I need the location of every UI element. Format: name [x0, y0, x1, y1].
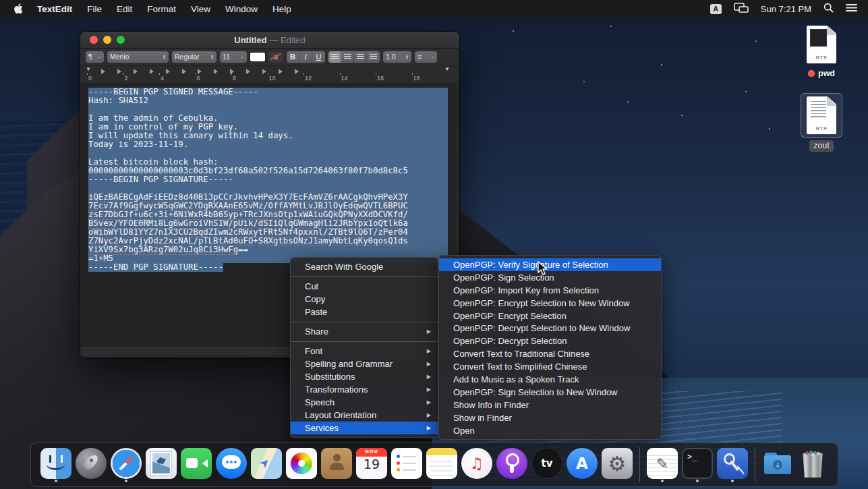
- menu-item-edit[interactable]: Edit: [109, 0, 140, 18]
- dock-item-notes[interactable]: [426, 445, 457, 484]
- dock-item-music[interactable]: ♫: [461, 445, 492, 484]
- menu-bar-clock[interactable]: Sun 7:21 PM: [761, 4, 811, 14]
- align-center-button[interactable]: [341, 51, 354, 63]
- dock-item-maps[interactable]: [251, 445, 282, 484]
- menu-item-paste[interactable]: Paste: [291, 306, 438, 318]
- align-right-button[interactable]: [354, 51, 367, 63]
- tab-stop-marker[interactable]: [230, 69, 234, 74]
- notification-center-icon[interactable]: [846, 3, 857, 14]
- text-color-well[interactable]: [250, 53, 265, 61]
- submenu-item-add-to-music-as-a-spoken-track[interactable]: Add to Music as a Spoken Track: [439, 373, 661, 386]
- window-titlebar[interactable]: Untitled — Edited: [80, 32, 459, 49]
- desktop-file-pwd[interactable]: RTF pwd: [798, 23, 845, 78]
- tab-stop-marker[interactable]: [214, 69, 218, 74]
- submenu-item-openpgp-encrypt-selection[interactable]: OpenPGP: Encrypt Selection: [439, 310, 661, 322]
- dock-item-photos[interactable]: [286, 445, 317, 484]
- submenu-item-openpgp-encrypt-selection-to-new-window[interactable]: OpenPGP: Encrypt Selection to New Window: [439, 297, 661, 310]
- dock-item-tv[interactable]: tv: [531, 445, 562, 484]
- menu-item-transformations[interactable]: Transformations▶: [291, 383, 438, 396]
- dock-item-terminal[interactable]: >_: [682, 445, 713, 484]
- tab-stop-marker[interactable]: [279, 69, 283, 74]
- menu-item-format[interactable]: Format: [140, 0, 183, 18]
- submenu-item-openpgp-import-key-from-selection[interactable]: OpenPGP: Import Key from Selection: [439, 284, 661, 297]
- menu-item-window[interactable]: Window: [218, 0, 265, 18]
- submenu-item-convert-text-to-traditional-chinese[interactable]: Convert Text to Traditional Chinese: [439, 347, 661, 360]
- menu-item-font[interactable]: Font▶: [291, 345, 438, 357]
- dock-item-textedit[interactable]: ✎: [647, 445, 678, 484]
- menu-item-layout-orientation[interactable]: Layout Orientation▶: [291, 409, 438, 422]
- dock-item-messages[interactable]: [216, 445, 247, 484]
- input-source-icon[interactable]: A: [710, 4, 722, 14]
- submenu-item-openpgp-sign-selection[interactable]: OpenPGP: Sign Selection: [439, 271, 661, 284]
- submenu-item-convert-text-to-simplified-chinese[interactable]: Convert Text to Simplified Chinese: [439, 360, 661, 373]
- submenu-item-show-info-in-finder[interactable]: Show Info in Finder: [439, 399, 661, 411]
- underline-button[interactable]: U: [312, 51, 325, 63]
- dock-item-mail[interactable]: [146, 445, 177, 484]
- submenu-item-open[interactable]: Open: [439, 424, 661, 437]
- left-indent-marker[interactable]: ▼: [86, 66, 91, 72]
- dock-item-finder[interactable]: [40, 445, 71, 484]
- dock-item-app-store[interactable]: A: [567, 445, 598, 484]
- background-color-button[interactable]: a: [268, 52, 283, 62]
- tab-stop-marker[interactable]: [182, 69, 186, 74]
- menu-item-share[interactable]: Share▶: [291, 325, 438, 338]
- submenu-item-openpgp-sign-selection-to-new-window[interactable]: OpenPGP: Sign Selection to New Window: [439, 386, 661, 399]
- font-size-dropdown[interactable]: 11⌄: [220, 51, 247, 63]
- spotlight-search-icon[interactable]: [823, 3, 834, 15]
- ruler[interactable]: 024681012141618▼▼: [80, 65, 459, 84]
- dock-item-downloads[interactable]: ↓: [762, 445, 793, 484]
- tab-stop-marker[interactable]: [246, 69, 250, 74]
- bold-button[interactable]: B: [287, 51, 299, 63]
- tab-stop-marker[interactable]: [117, 69, 121, 74]
- font-family-dropdown[interactable]: Menlo▲▼: [107, 51, 169, 63]
- menu-item-substitutions[interactable]: Substitutions▶: [291, 370, 438, 383]
- list-style-dropdown[interactable]: ≡⌄: [415, 51, 437, 63]
- dock-item-system-preferences[interactable]: ⚙: [602, 445, 633, 484]
- menu-item-view[interactable]: View: [183, 0, 218, 18]
- menu-item-search-with-google[interactable]: Search With Google: [291, 260, 438, 273]
- dock-item-keychain-access[interactable]: [717, 445, 748, 484]
- font-face-dropdown[interactable]: Regular▲▼: [172, 51, 216, 63]
- tab-stop-marker[interactable]: [295, 69, 299, 74]
- close-button[interactable]: [90, 36, 98, 44]
- line-spacing-stepper[interactable]: 1.0▲▼: [383, 51, 411, 63]
- align-left-button[interactable]: [328, 51, 341, 63]
- submenu-item-openpgp-verify-signature-of-selection[interactable]: OpenPGP: Verify Signature of Selection: [439, 258, 661, 271]
- menu-bar: TextEdit FileEditFormatViewWindowHelp A …: [0, 0, 868, 18]
- screen-mirroring-icon[interactable]: [734, 3, 749, 15]
- dock-item-contacts[interactable]: [321, 445, 352, 484]
- tab-stop-marker[interactable]: [134, 69, 138, 74]
- menu-item-cut[interactable]: Cut: [291, 280, 438, 293]
- tab-stop-marker[interactable]: [150, 69, 154, 74]
- tab-stop-marker[interactable]: [166, 69, 170, 74]
- dock-item-reminders[interactable]: [391, 445, 422, 484]
- dock-item-calendar[interactable]: NOV19: [356, 445, 387, 484]
- italic-button[interactable]: I: [299, 51, 312, 63]
- menu-item-help[interactable]: Help: [265, 0, 299, 18]
- menu-item-copy[interactable]: Copy: [291, 293, 438, 306]
- dock-item-launchpad[interactable]: [76, 445, 107, 484]
- menu-item-spelling-and-grammar[interactable]: Spelling and Grammar▶: [291, 357, 438, 370]
- menu-item-speech[interactable]: Speech▶: [291, 396, 438, 409]
- menu-item-services[interactable]: Services▶: [291, 422, 438, 434]
- submenu-item-show-in-finder[interactable]: Show in Finder: [439, 411, 661, 424]
- desktop-file-zout[interactable]: RTF zout: [798, 93, 845, 152]
- dock-item-trash[interactable]: [797, 445, 828, 484]
- zoom-button[interactable]: [117, 36, 125, 44]
- right-indent-marker[interactable]: ▼: [444, 66, 450, 72]
- misspelled-word: S8XgtbsONzJ1amyNbtLqKy0qosQ1ds: [258, 236, 408, 246]
- menu-item-file[interactable]: File: [80, 0, 109, 18]
- submenu-item-openpgp-decrypt-selection[interactable]: OpenPGP: Decrypt Selection: [439, 335, 661, 347]
- tab-stop-marker[interactable]: [198, 69, 202, 74]
- apple-menu-icon[interactable]: [8, 3, 30, 14]
- menu-app-name[interactable]: TextEdit: [30, 0, 80, 18]
- paragraph-style-dropdown[interactable]: ¶⌄: [86, 51, 104, 63]
- tab-stop-marker[interactable]: [101, 69, 105, 74]
- dock-item-facetime[interactable]: [181, 445, 212, 484]
- dock-item-safari[interactable]: [111, 445, 142, 484]
- align-justify-button[interactable]: [367, 51, 380, 63]
- tab-stop-marker[interactable]: [262, 69, 266, 74]
- dock-item-podcasts[interactable]: [496, 445, 527, 484]
- submenu-item-openpgp-decrypt-selection-to-new-window[interactable]: OpenPGP: Decrypt Selection to New Window: [439, 322, 661, 335]
- minimize-button[interactable]: [103, 36, 111, 44]
